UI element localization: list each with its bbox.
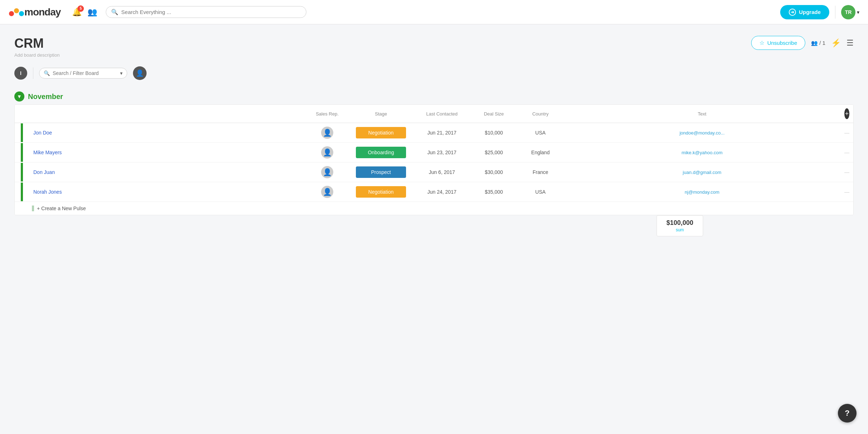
row-actions: — (840, 183, 853, 201)
user-menu[interactable]: TR ▾ (841, 5, 859, 19)
row-name[interactable]: Mike Mayers (29, 143, 306, 162)
search-input[interactable] (121, 9, 301, 15)
row-name[interactable]: Jon Doe (29, 123, 306, 142)
row-name[interactable]: Don Juan (29, 163, 306, 181)
row-email[interactable]: juan.d@gmail.com (564, 163, 840, 181)
row-stage[interactable]: Prospect (349, 163, 413, 181)
search-filter-bar: 🔍 ▾ (39, 68, 127, 79)
row-country: USA (517, 123, 564, 142)
upgrade-label: Upgrade (799, 9, 821, 15)
row-stage[interactable]: Negotiation (349, 183, 413, 201)
row-accent-cell (15, 123, 29, 142)
th-name (29, 105, 306, 123)
info-label: I (20, 70, 22, 76)
group-header: ▼ November (14, 91, 854, 104)
unsubscribe-button[interactable]: ☆ Unsubscribe (751, 36, 805, 50)
star-icon: ☆ (759, 39, 764, 46)
row-country: England (517, 143, 564, 162)
row-deal-size: $25,000 (471, 143, 517, 162)
email-link: nj@monday.com (685, 189, 720, 195)
sum-cell: $100,000 sum (657, 215, 703, 236)
svg-point-1 (14, 8, 19, 13)
logo-icon (9, 6, 24, 19)
avatar-cell: 👤 (321, 127, 333, 139)
row-email[interactable]: jondoe@monday.co... (564, 123, 840, 142)
table-row: Jon Doe 👤 Negotiation Jun 21, 2017 $10,0… (15, 123, 853, 143)
upgrade-arrow-icon: ➜ (789, 9, 796, 16)
activity-icon[interactable]: ⚡ (831, 38, 841, 48)
topnav: monday 🔔 5 👥 🔍 ➜ Upgrade TR ▾ (0, 0, 868, 24)
add-column-button[interactable]: + (844, 108, 850, 119)
email-link: juan.d@gmail.com (683, 170, 721, 175)
group-table: Sales Rep. Stage Last Contacted Deal Siz… (14, 104, 854, 215)
create-pulse-label: + Create a New Pulse (37, 206, 86, 211)
table-rows: Jon Doe 👤 Negotiation Jun 21, 2017 $10,0… (15, 123, 853, 202)
row-stage[interactable]: Negotiation (349, 123, 413, 142)
row-last-contacted: Jun 24, 2017 (413, 183, 471, 201)
row-salesrep: 👤 (306, 182, 349, 202)
th-add[interactable]: + (840, 105, 853, 123)
person-filter-button[interactable]: 👤 (133, 66, 147, 80)
row-more-icon[interactable]: — (844, 169, 849, 175)
create-pulse-row[interactable]: + Create a New Pulse (15, 202, 853, 215)
search-filter-icon: 🔍 (44, 70, 50, 76)
row-stage[interactable]: Onboarding (349, 143, 413, 162)
avatar-cell: 👤 (321, 146, 333, 159)
avatar: TR (841, 5, 855, 19)
row-email[interactable]: mike.k@yahoo.com (564, 143, 840, 162)
board-description: Add board description (14, 52, 59, 58)
row-accent-bar (21, 143, 23, 162)
row-accent-bar (21, 123, 23, 142)
stage-badge: Prospect (356, 166, 406, 178)
people-icon[interactable]: 👥 (87, 8, 97, 17)
group-november: ▼ November Sales Rep. Stage Last Contact… (14, 91, 854, 236)
row-more-icon[interactable]: — (844, 130, 849, 136)
search-bar: 🔍 (106, 6, 306, 18)
row-accent (32, 206, 34, 211)
row-country: France (517, 163, 564, 181)
row-name[interactable]: Norah Jones (29, 183, 306, 201)
upgrade-button[interactable]: ➜ Upgrade (780, 5, 829, 19)
row-salesrep: 👤 (306, 143, 349, 162)
person-icon: 👤 (136, 69, 144, 77)
toolbar: I 🔍 ▾ 👤 (14, 66, 854, 80)
sum-row: $100,000 sum (14, 215, 854, 236)
stage-badge: Negotiation (356, 127, 406, 138)
logo-text: monday (24, 6, 61, 18)
board-title: CRM (14, 36, 59, 51)
subscribers: 👥 / 1 (811, 40, 825, 46)
avatar-cell: 👤 (321, 166, 333, 178)
help-button[interactable]: ? (838, 404, 857, 423)
row-more-icon[interactable]: — (844, 150, 849, 155)
notification-badge: 5 (77, 5, 84, 12)
sum-value: $100,000 (663, 219, 696, 227)
row-more-icon[interactable]: — (844, 189, 849, 195)
subscribers-count: / 1 (819, 40, 825, 46)
email-link: mike.k@yahoo.com (682, 150, 722, 155)
row-actions: — (840, 123, 853, 142)
table-row: Norah Jones 👤 Negotiation Jun 24, 2017 $… (15, 182, 853, 202)
help-icon: ? (845, 409, 849, 418)
email-link: jondoe@monday.co... (679, 130, 725, 136)
svg-point-0 (9, 11, 14, 16)
row-email[interactable]: nj@monday.com (564, 183, 840, 201)
search-icon: 🔍 (111, 9, 118, 15)
svg-point-2 (19, 11, 24, 16)
row-deal-size: $10,000 (471, 123, 517, 142)
search-filter-input[interactable] (53, 70, 117, 76)
group-name: November (28, 93, 63, 101)
menu-icon[interactable]: ☰ (846, 38, 854, 48)
sum-label: sum (663, 227, 696, 232)
logo: monday (9, 6, 61, 19)
filter-dropdown-icon[interactable]: ▾ (120, 70, 123, 76)
info-button[interactable]: I (14, 67, 27, 80)
row-accent-cell (15, 163, 29, 181)
board-header: CRM Add board description ☆ Unsubscribe … (14, 36, 854, 58)
row-salesrep: 👤 (306, 162, 349, 182)
group-collapse-button[interactable]: ▼ (14, 91, 24, 102)
th-lastcontacted: Last Contacted (413, 105, 471, 123)
table-header: Sales Rep. Stage Last Contacted Deal Siz… (15, 105, 853, 123)
notifications-bell[interactable]: 🔔 5 (72, 8, 82, 17)
th-country: Country (517, 105, 564, 123)
row-accent-cell (15, 143, 29, 162)
